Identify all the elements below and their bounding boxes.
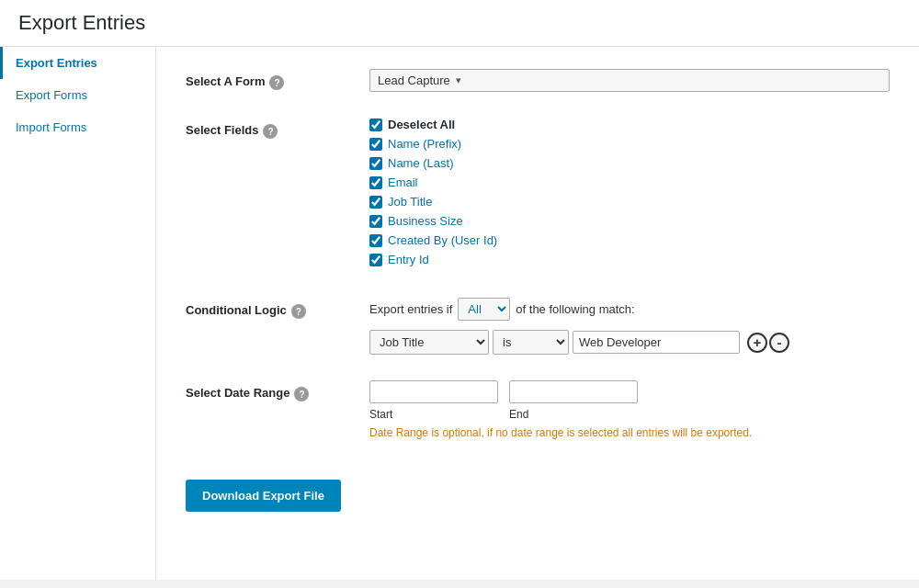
date-range-label: Select Date Range ? (186, 380, 369, 401)
download-export-file-button[interactable]: Download Export File (186, 480, 341, 512)
checkbox-name-last[interactable] (369, 157, 382, 170)
filter-value-input[interactable] (573, 331, 740, 354)
filter-row: Job Title Name (Prefix) Name (Last) Emai… (369, 330, 890, 355)
select-fields-row: Select Fields ? Deselect All Name (Prefi… (186, 118, 890, 272)
sidebar-item-export-forms[interactable]: Export Forms (0, 79, 155, 111)
select-form-label: Select A Form ? (186, 69, 369, 90)
field-job-title: Job Title (369, 195, 890, 209)
condition-expression-row: Export entries if All Any of the followi… (369, 298, 890, 321)
field-name-prefix: Name (Prefix) (369, 137, 890, 151)
start-date-col: Start (369, 380, 498, 421)
sidebar-item-import-forms[interactable]: Import Forms (0, 111, 155, 143)
checkbox-entry-id[interactable] (369, 254, 382, 266)
checkbox-name-prefix[interactable] (369, 138, 382, 151)
start-date-input[interactable] (369, 380, 498, 403)
sidebar: Export Entries Export Forms Import Forms (0, 47, 156, 580)
end-date-input[interactable] (509, 380, 638, 403)
end-date-label: End (509, 408, 638, 421)
conditional-logic-control: Export entries if All Any of the followi… (369, 298, 890, 355)
date-range-row: Select Date Range ? Start End Date Range… (186, 380, 890, 439)
field-email: Email (369, 175, 890, 189)
form-dropdown-value: Lead Capture (378, 74, 450, 87)
field-business-size: Business Size (369, 214, 890, 228)
checkbox-job-title[interactable] (369, 196, 382, 209)
filter-field-select[interactable]: Job Title Name (Prefix) Name (Last) Emai… (369, 330, 489, 355)
select-fields-label: Select Fields ? (186, 118, 369, 139)
main-content: Select A Form ? Lead Capture ▾ Select Fi… (156, 47, 919, 580)
select-fields-control: Deselect All Name (Prefix) Name (Last) E… (369, 118, 890, 272)
start-date-label: Start (369, 408, 498, 421)
form-dropdown[interactable]: Lead Capture ▾ (369, 69, 890, 92)
field-deselect-all: Deselect All (369, 118, 890, 131)
field-entry-id: Entry Id (369, 253, 890, 266)
date-range-help-icon[interactable]: ? (294, 387, 309, 401)
select-form-row: Select A Form ? Lead Capture ▾ (186, 69, 890, 92)
select-form-control: Lead Capture ▾ (369, 69, 890, 92)
of-following-match-text: of the following match: (516, 302, 634, 316)
page-title: Export Entries (0, 0, 919, 47)
sidebar-item-export-entries[interactable]: Export Entries (0, 47, 155, 79)
remove-condition-button[interactable]: - (769, 333, 789, 353)
conditional-logic-help-icon[interactable]: ? (291, 304, 306, 319)
filter-operator-select[interactable]: is is not contains (493, 330, 569, 355)
end-date-col: End (509, 380, 638, 421)
checkbox-deselect-all[interactable] (369, 119, 382, 131)
add-remove-buttons: + - (747, 333, 789, 353)
date-inputs-row: Start End (369, 380, 890, 421)
field-created-by: Created By (User Id) (369, 233, 890, 247)
select-fields-help-icon[interactable]: ? (263, 124, 278, 139)
select-form-help-icon[interactable]: ? (269, 75, 284, 90)
date-range-note: Date Range is optional, if no date range… (369, 426, 890, 439)
checkbox-business-size[interactable] (369, 215, 382, 228)
add-condition-button[interactable]: + (747, 333, 767, 353)
conditional-logic-label: Conditional Logic ? (186, 298, 369, 319)
fields-checkbox-list: Deselect All Name (Prefix) Name (Last) E… (369, 118, 890, 266)
conditional-logic-row: Conditional Logic ? Export entries if Al… (186, 298, 890, 355)
field-name-last: Name (Last) (369, 156, 890, 170)
date-range-control: Start End Date Range is optional, if no … (369, 380, 890, 439)
chevron-down-icon: ▾ (456, 74, 461, 86)
condition-operator-select[interactable]: All Any (458, 298, 510, 321)
checkbox-email[interactable] (369, 176, 382, 189)
export-entries-if-text: Export entries if (369, 302, 452, 316)
download-section: Download Export File (186, 465, 890, 512)
checkbox-created-by[interactable] (369, 234, 382, 247)
